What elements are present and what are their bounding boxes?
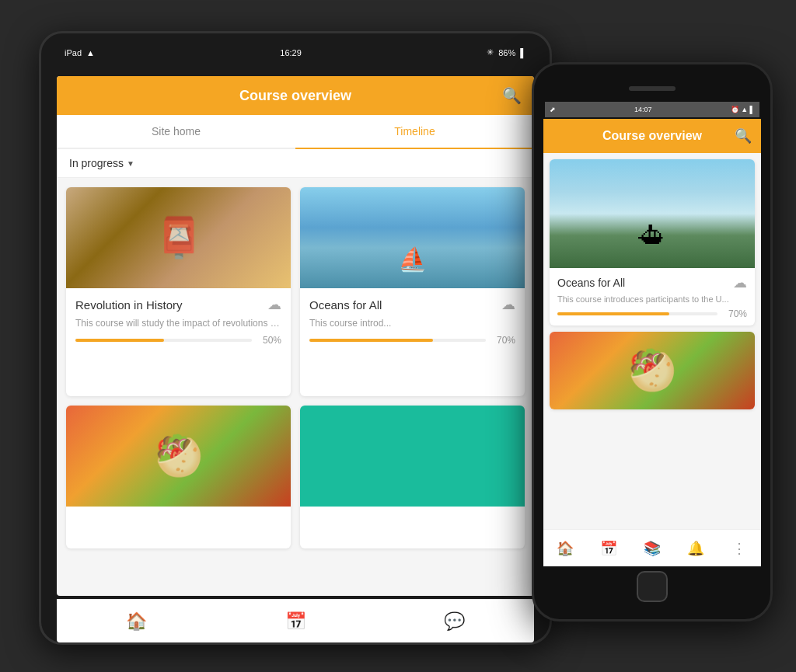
phone-nav-book[interactable]: 📚 xyxy=(630,530,674,566)
phone-progress-pct-oceans: 70% xyxy=(724,308,747,319)
tablet-course-desc-oceans: This course introd... xyxy=(309,318,515,329)
phone-download-oceans[interactable]: ☁ xyxy=(733,274,747,291)
tablet-status-right: ✳ 86% ▌ xyxy=(487,47,526,57)
tablet-course-image-food xyxy=(66,406,291,507)
tablet-course-image-revolution xyxy=(66,187,291,288)
phone-nav-calendar[interactable]: 📅 xyxy=(587,530,630,566)
phone-app-title: Course overview xyxy=(602,129,702,143)
phone-screen: Course overview 🔍 ⛴ Oceans for All ☁ Th xyxy=(543,119,761,557)
tablet-course-desc-revolution: This course will study the impact of rev… xyxy=(75,318,281,329)
tablet-device: iPad ▲ 16:29 ✳ 86% ▌ Course overview 🔍 S… xyxy=(39,31,552,645)
phone-book-icon: 📚 xyxy=(644,540,661,557)
phone-more-icon: ⋮ xyxy=(732,540,746,557)
phone-lake-icon: ⛴ xyxy=(638,220,666,252)
tablet-course-card-food[interactable] xyxy=(66,406,291,549)
phone-device: ⬈ 14:07 ⏰ ▲ ▌ Course overview 🔍 ⛴ xyxy=(532,62,773,622)
phone-card-title-oceans: Oceans for All xyxy=(557,277,625,289)
phone-home-icon: 🏠 xyxy=(557,540,574,557)
phone-app-bar: Course overview 🔍 xyxy=(543,119,761,153)
tablet-battery-icon: ▌ xyxy=(520,48,526,57)
tablet-progress-pct-revolution: 50% xyxy=(258,335,281,346)
tablet-battery: 86% xyxy=(498,48,515,57)
phone-card-title-row-oceans: Oceans for All ☁ xyxy=(557,274,747,291)
tablet-course-grid: Revolution in History ☁ This course will… xyxy=(57,178,534,558)
tablet-progress-row-revolution: 50% xyxy=(75,335,281,346)
phone-status-bar: ⬈ 14:07 ⏰ ▲ ▌ xyxy=(545,102,759,117)
tablet-course-card-teal[interactable] xyxy=(300,406,525,549)
phone-bottom-nav: 🏠 📅 📚 🔔 ⋮ xyxy=(543,529,761,566)
phone-nav-more[interactable]: ⋮ xyxy=(717,530,761,566)
phone-course-card-food[interactable] xyxy=(550,332,755,409)
tablet-filter[interactable]: In progress ▼ xyxy=(57,149,534,178)
phone-time: 14:07 xyxy=(634,106,652,113)
tablet-course-title-row-revolution: Revolution in History ☁ xyxy=(75,296,281,313)
tablet-course-card-oceans[interactable]: Oceans for All ☁ This course introd... 7… xyxy=(300,187,525,396)
tablet-progress-row-oceans: 70% xyxy=(309,335,515,346)
tablet-progress-fill-revolution xyxy=(75,339,164,342)
phone-bell-icon: 🔔 xyxy=(687,540,704,557)
phone-home-button[interactable] xyxy=(637,571,668,602)
phone-course-image-food xyxy=(550,332,755,409)
phone-calendar-icon: 📅 xyxy=(600,540,617,557)
tablet-course-card-body-oceans: Oceans for All ☁ This course introd... 7… xyxy=(300,288,525,353)
tablet-course-title-row-oceans: Oceans for All ☁ xyxy=(309,296,515,313)
tab-site-home[interactable]: Site home xyxy=(57,115,295,148)
tablet-progress-fill-oceans xyxy=(309,339,433,342)
tablet-progress-pct-oceans: 70% xyxy=(492,335,515,346)
phone-search-button[interactable]: 🔍 xyxy=(735,127,752,144)
phone-nav-home[interactable]: 🏠 xyxy=(543,530,587,566)
tablet-screen: Course overview 🔍 Site home Timeline In … xyxy=(57,76,534,596)
tablet-course-download-oceans[interactable]: ☁ xyxy=(501,296,515,313)
tablet-course-title-revolution: Revolution in History xyxy=(75,298,183,312)
tablet-status-bar: iPad ▲ 16:29 ✳ 86% ▌ xyxy=(65,47,526,57)
tablet-wifi-icon: ▲ xyxy=(86,48,95,57)
phone-course-card-oceans[interactable]: ⛴ Oceans for All ☁ This course introduce… xyxy=(550,159,755,326)
tablet-app-title: Course overview xyxy=(239,88,351,104)
tablet-course-title-oceans: Oceans for All xyxy=(309,298,382,312)
tablet-course-image-oceans xyxy=(300,187,525,288)
tablet-status-left: iPad ▲ xyxy=(65,48,95,57)
scene: iPad ▲ 16:29 ✳ 86% ▌ Course overview 🔍 S… xyxy=(0,0,796,672)
filter-label: In progress xyxy=(69,157,124,169)
tablet-progress-bg-oceans xyxy=(309,339,486,342)
tab-timeline[interactable]: Timeline xyxy=(295,115,534,148)
tablet-time: 16:29 xyxy=(280,48,302,57)
phone-progress-bg-oceans xyxy=(557,312,717,315)
tablet-course-image-teal xyxy=(300,406,525,507)
phone-card-desc-oceans: This course introduces participants to t… xyxy=(557,294,747,304)
tablet-search-button[interactable]: 🔍 xyxy=(502,86,522,105)
tablet-course-download-revolution[interactable]: ☁ xyxy=(267,296,281,313)
phone-card-body-oceans: Oceans for All ☁ This course introduces … xyxy=(550,268,755,326)
tablet-device-label: iPad xyxy=(65,48,82,57)
tablet-course-card-revolution[interactable]: Revolution in History ☁ This course will… xyxy=(66,187,291,396)
tablet-progress-bg-revolution xyxy=(75,339,252,342)
phone-course-list: ⛴ Oceans for All ☁ This course introduce… xyxy=(543,153,761,520)
phone-speaker xyxy=(629,86,676,91)
phone-status-right: ⏰ ▲ ▌ xyxy=(731,106,755,113)
tablet-app-bar: Course overview 🔍 xyxy=(57,76,534,115)
tablet-bluetooth-icon: ✳ xyxy=(487,47,494,57)
phone-status-left: ⬈ xyxy=(550,106,556,113)
phone-nav-bell[interactable]: 🔔 xyxy=(674,530,717,566)
phone-progress-row-oceans: 70% xyxy=(557,308,747,319)
filter-chevron-icon: ▼ xyxy=(127,159,134,168)
tablet-tabs: Site home Timeline xyxy=(57,115,534,149)
tablet-course-card-body-revolution: Revolution in History ☁ This course will… xyxy=(66,288,291,353)
phone-progress-fill-oceans xyxy=(557,312,669,315)
